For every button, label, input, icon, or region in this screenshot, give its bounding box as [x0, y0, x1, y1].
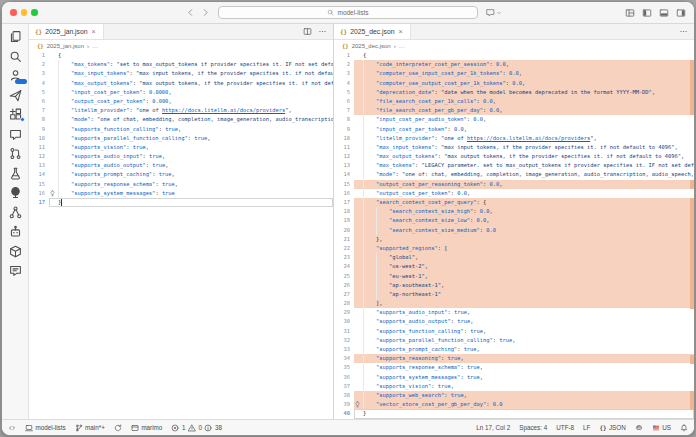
gutter-margin — [354, 336, 363, 345]
status-workspace[interactable]: model-lists — [25, 424, 66, 432]
containers-icon[interactable] — [7, 245, 24, 258]
line-number: 2 — [29, 60, 49, 69]
breadcrumb[interactable]: {}2025_jan.json›… — [29, 40, 333, 51]
warning-icon — [188, 424, 196, 432]
zoom-window-button[interactable] — [31, 9, 38, 16]
testing-icon[interactable] — [7, 167, 24, 180]
split-editor-icon[interactable] — [303, 27, 312, 36]
status-text: 1 — [182, 424, 186, 431]
traffic-lights — [10, 9, 38, 16]
toggle-sidebar-right-icon[interactable] — [676, 8, 686, 18]
explorer-icon[interactable] — [7, 30, 24, 43]
copilot-chat-icon[interactable] — [7, 128, 24, 141]
run-and-debug-icon[interactable] — [7, 89, 24, 102]
pull-requests-icon[interactable] — [7, 147, 24, 160]
toggle-sidebar-left-icon[interactable] — [642, 8, 652, 18]
nav-back-icon[interactable] — [186, 8, 195, 17]
line-number: 36 — [334, 373, 354, 382]
status-marimo[interactable]: marimo — [131, 424, 163, 432]
editor-tab[interactable]: {}2025_jan.json× — [29, 24, 104, 39]
code-text: "supports_function_calling": true, — [58, 125, 333, 134]
code-line: 24 "us-west-2", — [334, 262, 694, 271]
gutter-margin — [49, 106, 58, 115]
gutter-margin — [354, 226, 363, 235]
status-notifications[interactable] — [680, 424, 688, 432]
code-line: 12 "supports_audio_input": true, — [29, 152, 333, 161]
line-number: 2 — [334, 60, 354, 69]
status-cursor-position[interactable]: Ln 17, Col 2 — [476, 424, 510, 431]
code-text: "input_cost_per_token": 0.0000, — [58, 88, 333, 97]
remote-explorer-icon[interactable] — [7, 206, 24, 219]
extensions-icon[interactable] — [7, 108, 24, 121]
code-text: "search_context_size_medium": 0.0 — [363, 226, 694, 235]
close-icon[interactable]: × — [91, 29, 97, 35]
chevron-down-icon — [496, 10, 502, 16]
code-line: 39 "vector_store_cost_per_gb_per_day": 0… — [334, 400, 694, 409]
accounts-icon[interactable] — [7, 69, 24, 82]
status-language-mode[interactable]: {}JSON — [599, 424, 625, 431]
code-text: "code_interpreter_cost_per_session": 0.0… — [363, 60, 694, 69]
minimize-window-button[interactable] — [21, 9, 28, 16]
line-number: 8 — [29, 115, 49, 124]
code-text: "supports_response_schema": true, — [58, 180, 333, 189]
code-line: 26 "ap-southeast-1", — [334, 281, 694, 290]
ai-assistant-icon[interactable] — [7, 225, 24, 238]
breadcrumb[interactable]: {}2025_dec.json›… — [334, 40, 694, 51]
gutter-margin — [354, 308, 363, 317]
line-number: 11 — [334, 143, 354, 152]
code-text: "max_tokens": "set to max_output_tokens … — [58, 60, 333, 69]
command-center[interactable]: model-lists — [218, 6, 478, 19]
more-actions-icon[interactable] — [679, 27, 688, 36]
code-line: 18 "search_context_size_high": 0.0, — [334, 207, 694, 216]
line-number: 16 — [334, 189, 354, 198]
toggle-panel-icon[interactable] — [659, 8, 669, 18]
status-problems[interactable]: 1038 — [171, 424, 222, 432]
live-share-icon[interactable] — [7, 186, 24, 199]
code-text: "mode": "one of: chat, embedding, comple… — [363, 170, 694, 179]
line-number: 5 — [334, 88, 354, 97]
code-editor[interactable]: 1{2 "code_interpreter_cost_per_session":… — [334, 51, 694, 419]
gutter-margin — [49, 60, 58, 69]
status-copilot-status[interactable] — [635, 424, 643, 432]
line-number: 21 — [334, 235, 354, 244]
status-git-branch[interactable]: main*+ — [75, 424, 105, 432]
status-remote-indicator[interactable] — [8, 424, 16, 432]
copilot-chat-button[interactable] — [486, 8, 502, 17]
code-text: "max_input_tokens": "max input tokens, i… — [363, 143, 694, 152]
line-number: 1 — [29, 51, 49, 60]
sync-icon — [114, 424, 122, 432]
code-line: 34 "supports_reasoning": true, — [334, 354, 694, 363]
line-number: 1 — [334, 51, 354, 60]
editor-tab[interactable]: {}2025_dec.json× — [334, 24, 411, 39]
code-line: 29 "supports_audio_input": true, — [334, 308, 694, 317]
gutter-margin — [354, 290, 363, 299]
gutter-margin — [354, 299, 363, 308]
code-text: "file_search_cost_per_gb_per_day": 0.0, — [363, 106, 694, 115]
code-text: "ap-northeast-1" — [363, 290, 694, 299]
more-actions-icon[interactable] — [318, 27, 327, 36]
customize-layout-icon[interactable] — [625, 8, 635, 18]
close-window-button[interactable] — [10, 9, 17, 16]
lightbulb-icon[interactable] — [49, 189, 58, 198]
comments-icon[interactable] — [7, 264, 24, 277]
status-sync-changes[interactable] — [114, 424, 122, 432]
search-icon[interactable] — [7, 50, 24, 63]
lightbulb-icon[interactable] — [354, 400, 363, 409]
code-text: "search_context_size_high": 0.0, — [363, 207, 694, 216]
code-line: 17} — [29, 198, 333, 207]
code-editor[interactable]: 1{2 "max_tokens": "set to max_output_tok… — [29, 51, 333, 419]
layout-controls — [625, 8, 686, 18]
close-icon[interactable]: × — [397, 29, 403, 35]
status-bar: model-listsmain*+marimo1038 Ln 17, Col 2… — [2, 419, 694, 435]
status-indentation[interactable]: Spaces: 4 — [519, 424, 547, 431]
status-encoding[interactable]: UTF-8 — [556, 424, 574, 431]
line-number: 11 — [29, 143, 49, 152]
status-keyboard-layout[interactable]: US — [652, 424, 671, 432]
nav-forward-icon[interactable] — [201, 8, 210, 17]
line-number: 9 — [29, 125, 49, 134]
search-icon — [327, 9, 334, 16]
gutter-margin — [354, 198, 363, 207]
breadcrumb-file: 2025_dec.json — [352, 43, 391, 49]
gutter-margin — [354, 262, 363, 271]
status-eol[interactable]: LF — [583, 424, 590, 431]
